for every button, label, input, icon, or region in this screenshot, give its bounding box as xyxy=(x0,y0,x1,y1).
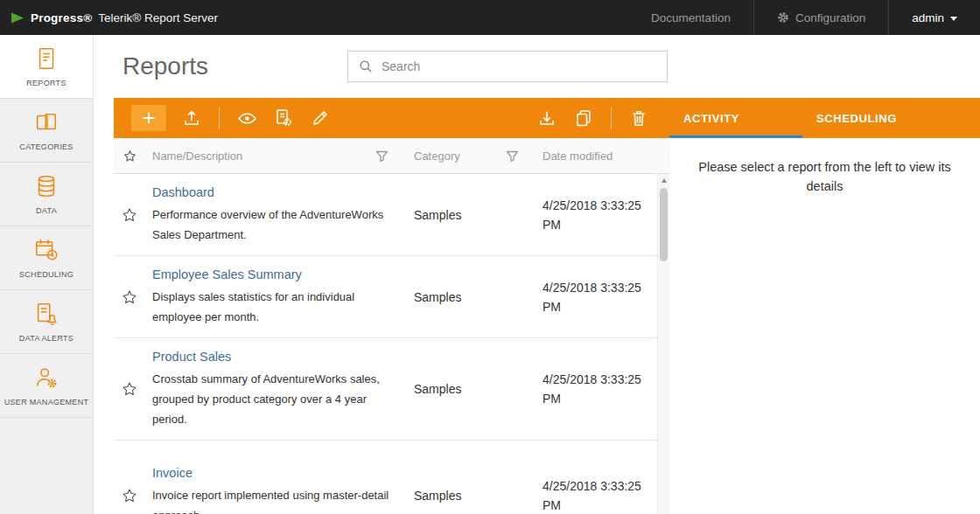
plus-icon xyxy=(140,109,158,127)
star-icon xyxy=(122,289,137,305)
table-row[interactable]: Product Sales Crosstab summary of Advent… xyxy=(114,338,657,441)
report-category-cell: Samples xyxy=(402,441,535,514)
toolbar-divider xyxy=(611,107,612,129)
chevron-down-icon xyxy=(950,17,957,21)
report-description: Performance overview of the AdventureWor… xyxy=(152,205,392,245)
tab-activity[interactable]: ACTIVITY xyxy=(669,98,802,138)
scrollbar-thumb[interactable] xyxy=(660,188,668,261)
sidebar-item-label: REPORTS xyxy=(26,79,66,87)
empty-state-message: Please select a report from the left to … xyxy=(683,157,966,196)
preview-button[interactable] xyxy=(228,98,265,138)
brand: Progress® Telerik® Report Server xyxy=(10,10,218,25)
gear-icon xyxy=(777,11,789,24)
search-input[interactable] xyxy=(382,59,656,73)
download-icon xyxy=(537,108,556,128)
report-link[interactable]: Employee Sales Summary xyxy=(152,267,392,281)
delete-button[interactable] xyxy=(620,98,657,138)
sidebar-item-label: CATEGORIES xyxy=(19,142,73,151)
favorite-toggle[interactable] xyxy=(114,338,145,440)
report-link[interactable]: Invoice xyxy=(152,466,392,480)
search-box xyxy=(347,51,668,82)
scheduling-icon xyxy=(33,237,60,263)
sidebar-item-data[interactable]: DATA xyxy=(0,163,93,226)
toolbar-buttons xyxy=(114,98,669,138)
date-column-header: Date modified xyxy=(535,149,657,163)
configuration-link[interactable]: Configuration xyxy=(754,0,888,35)
toolbar: ACTIVITY SCHEDULING xyxy=(114,98,980,138)
tab-scheduling[interactable]: SCHEDULING xyxy=(802,98,980,138)
upload-icon xyxy=(182,108,201,128)
content-row: Name/Description Category xyxy=(114,138,980,514)
category-column-header: Category xyxy=(402,149,535,163)
report-category-cell: Samples xyxy=(402,256,535,337)
details-panel: Please select a report from the left to … xyxy=(669,138,980,514)
table-row[interactable]: Employee Sales Summary Displays sales st… xyxy=(114,256,657,338)
filter-icon[interactable] xyxy=(375,150,388,162)
category-column-label: Category xyxy=(414,149,460,163)
pencil-icon xyxy=(311,108,330,128)
name-column-label: Name/Description xyxy=(152,149,242,163)
documentation-link[interactable]: Documentation xyxy=(628,0,753,35)
favorite-toggle[interactable] xyxy=(114,441,145,514)
user-menu[interactable]: admin xyxy=(889,0,980,35)
table-row[interactable]: Dashboard Performance overview of the Ad… xyxy=(114,174,657,256)
sidebar-item-scheduling[interactable]: SCHEDULING xyxy=(0,226,93,290)
report-wizard-button[interactable] xyxy=(265,98,302,138)
sidebar-item-user-management[interactable]: USER MANAGEMENT xyxy=(0,354,93,418)
progress-logo-icon xyxy=(10,10,24,25)
report-date-cell: 4/25/2018 3:33:25 PM xyxy=(535,174,657,255)
data-icon xyxy=(33,173,60,199)
data-alerts-icon xyxy=(33,301,60,327)
report-category-cell: Samples xyxy=(402,174,535,255)
scrollbar-header-spacer xyxy=(657,138,669,174)
sidebar-item-reports[interactable]: REPORTS xyxy=(0,35,93,99)
report-description: Crosstab summary of AdventureWorks sales… xyxy=(152,369,392,429)
tab-activity-label: ACTIVITY xyxy=(683,112,739,125)
brand-product: Telerik® Report Server xyxy=(98,11,218,24)
report-link[interactable]: Product Sales xyxy=(152,350,392,364)
report-link[interactable]: Dashboard xyxy=(152,185,392,199)
sidebar-item-data-alerts[interactable]: DATA ALERTS xyxy=(0,290,93,354)
star-icon xyxy=(122,381,137,397)
table-rows: Dashboard Performance overview of the Ad… xyxy=(114,174,657,514)
scrollbar-up-button[interactable] xyxy=(658,174,669,186)
download-button[interactable] xyxy=(528,98,565,138)
brand-progress: Progress® xyxy=(31,11,92,24)
add-report-button[interactable] xyxy=(131,105,166,131)
scrollbar-track[interactable] xyxy=(657,174,669,514)
date-column-label: Date modified xyxy=(542,149,612,163)
sidebar-item-label: DATA xyxy=(36,206,57,215)
user-name: admin xyxy=(912,11,944,24)
documentation-label: Documentation xyxy=(651,11,731,24)
app: Progress® Telerik® Report Server Documen… xyxy=(0,0,980,514)
report-description: Displays sales statistics for an individ… xyxy=(152,287,392,327)
main-content: Reports xyxy=(94,35,980,514)
report-name-cell: Dashboard Performance overview of the Ad… xyxy=(145,174,402,255)
sidebar-item-label: DATA ALERTS xyxy=(19,334,74,343)
report-date-cell: 4/25/2018 3:33:25 PM xyxy=(535,256,657,337)
reports-icon xyxy=(33,45,60,72)
table-header: Name/Description Category xyxy=(114,138,657,174)
copy-button[interactable] xyxy=(565,98,602,138)
star-icon xyxy=(122,488,137,504)
vertical-scrollbar xyxy=(657,138,669,514)
document-gear-icon xyxy=(274,108,293,128)
favorite-toggle[interactable] xyxy=(114,174,145,255)
sidebar: REPORTS CATEGORIES DATA xyxy=(0,35,94,514)
details-tabs: ACTIVITY SCHEDULING xyxy=(669,98,980,138)
sidebar-item-categories[interactable]: CATEGORIES xyxy=(0,99,93,163)
favorites-column-header[interactable] xyxy=(114,149,145,163)
report-date-cell: 4/25/2018 3:33:25 PM xyxy=(535,338,657,440)
edit-button[interactable] xyxy=(302,98,339,138)
page-header: Reports xyxy=(94,35,980,98)
favorite-toggle[interactable] xyxy=(114,256,145,337)
categories-icon xyxy=(33,109,60,135)
top-navigation: Documentation Configuration admin xyxy=(628,0,980,35)
sidebar-item-label: SCHEDULING xyxy=(19,270,74,279)
report-description: Invoice report implemented using master-… xyxy=(152,485,392,514)
report-category-cell: Samples xyxy=(402,338,535,440)
upload-button[interactable] xyxy=(173,98,210,138)
table-row[interactable]: Invoice Invoice report implemented using… xyxy=(114,441,657,514)
report-date-cell: 4/25/2018 3:33:25 PM xyxy=(535,441,657,514)
filter-icon[interactable] xyxy=(506,150,519,162)
